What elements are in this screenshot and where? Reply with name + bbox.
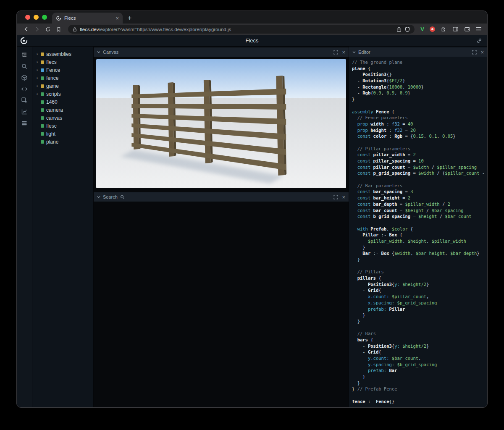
red-extension-icon[interactable] (430, 26, 435, 32)
code-line[interactable]: - Grid{ (352, 349, 487, 355)
code-line[interactable] (352, 220, 487, 226)
chevron-down-icon[interactable] (97, 51, 100, 53)
code-line[interactable]: const bar_height = 2 (352, 195, 487, 201)
code-line[interactable]: const pillar_width = 2 (352, 152, 487, 158)
code-line[interactable]: prefab: Bar (352, 367, 487, 374)
code-line[interactable]: pillars { (352, 275, 487, 281)
code-line[interactable]: - Rotation3{$PI/2} (352, 78, 487, 84)
tree-item-camera[interactable]: camera (32, 106, 93, 114)
code-line[interactable]: y.spacing: $b_grid_spacing (352, 362, 487, 368)
code-line[interactable]: Pillar :- Box { (352, 232, 487, 238)
stats-chart-icon[interactable] (21, 108, 28, 115)
expand-arrow-icon[interactable]: › (36, 68, 39, 72)
code-line[interactable]: const color : Rgb = {0.15, 0.1, 0.05} (352, 133, 487, 139)
share-link-icon[interactable] (476, 38, 482, 44)
code-line[interactable]: plane { (352, 66, 487, 72)
tree-view-icon[interactable] (21, 52, 28, 58)
tree-item-Fence[interactable]: ›Fence (32, 66, 93, 74)
code-line[interactable]: x.spacing: $p_grid_spacing (352, 300, 487, 306)
window-close-button[interactable] (25, 15, 30, 20)
code-tool-icon[interactable] (21, 86, 28, 92)
tab-close-icon[interactable]: × (116, 16, 119, 21)
code-line[interactable] (352, 263, 487, 269)
code-line[interactable]: } // Prefab Fence (352, 386, 487, 392)
expand-panel-icon[interactable] (472, 50, 477, 55)
back-button[interactable] (21, 25, 31, 34)
wallet-icon[interactable] (464, 26, 470, 32)
tree-item-scripts[interactable]: ›scripts (32, 90, 93, 98)
code-line[interactable] (352, 176, 487, 183)
extensions-puzzle-icon[interactable] (441, 26, 447, 32)
sidebar-panel-icon[interactable] (452, 26, 459, 32)
code-line[interactable]: prefab: Pillar (352, 306, 487, 312)
expand-arrow-icon[interactable]: › (36, 84, 39, 88)
code-line[interactable]: // The ground plane (352, 59, 487, 66)
code-line[interactable]: const bar_spacing = 3 (352, 189, 487, 195)
tree-item-1460[interactable]: 1460 (32, 98, 93, 106)
window-zoom-button[interactable] (42, 15, 47, 20)
expand-panel-icon[interactable] (333, 195, 338, 199)
entities-cube-icon[interactable] (21, 74, 28, 81)
tree-item-flecs[interactable]: ›flecs (32, 58, 93, 66)
code-line[interactable]: x.count: $pillar_count, (352, 294, 487, 300)
expand-panel-icon[interactable] (333, 50, 338, 55)
close-panel-icon[interactable]: × (342, 194, 345, 200)
inspect-tool-icon[interactable] (21, 97, 28, 104)
window-minimize-button[interactable] (34, 15, 39, 20)
code-line[interactable]: } (352, 318, 487, 325)
code-line[interactable]: - Grid{ (352, 287, 487, 294)
tree-item-flesc[interactable]: flesc (32, 122, 93, 130)
chevron-down-icon[interactable] (352, 51, 356, 53)
expand-arrow-icon[interactable]: › (36, 52, 39, 56)
code-line[interactable]: const p_grid_spacing = $width / ($pillar… (352, 170, 487, 176)
code-line[interactable]: bars { (352, 337, 487, 343)
code-line[interactable]: } (352, 257, 487, 263)
code-line[interactable] (352, 325, 487, 331)
code-line[interactable]: const pillar_count = $width / $pillar_sp… (352, 164, 487, 170)
chevron-down-icon[interactable] (97, 196, 100, 198)
code-line[interactable]: const bar_count = $height / $bar_spacing (352, 207, 487, 214)
code-line[interactable]: } (352, 312, 487, 318)
queries-rows-icon[interactable] (21, 120, 28, 126)
code-line[interactable] (352, 102, 487, 109)
code-line[interactable]: - Rectangle{10000, 10000} (352, 84, 487, 90)
code-line[interactable] (352, 139, 487, 146)
address-bar[interactable]: flecs.dev/explorer/?wasm=https://www.fle… (68, 25, 415, 34)
close-panel-icon[interactable]: × (480, 50, 484, 55)
code-line[interactable]: y.count: $bar_count, (352, 355, 487, 362)
code-line[interactable]: // Fence parameters (352, 115, 487, 121)
tree-item-canvas[interactable]: canvas (32, 114, 93, 122)
code-line[interactable]: fence :- Fence{} (352, 399, 487, 405)
code-line[interactable]: } (352, 380, 487, 386)
code-line[interactable]: assembly Fence { (352, 109, 487, 115)
code-line[interactable]: prop width : f32 = 40 (352, 121, 487, 127)
tree-item-plane[interactable]: plane (32, 138, 93, 146)
code-line[interactable]: $pillar_width, $height, $pillar_width (352, 238, 487, 244)
shield-icon[interactable] (404, 26, 410, 32)
tree-item-fence[interactable]: ›fence (32, 74, 93, 82)
expand-arrow-icon[interactable]: › (36, 76, 39, 80)
code-line[interactable]: - Position3{y: $height/2} (352, 343, 487, 349)
code-line[interactable]: } (352, 244, 487, 251)
close-panel-icon[interactable]: × (342, 50, 345, 55)
code-line[interactable]: // Pillar parameters (352, 146, 487, 152)
share-icon[interactable] (396, 26, 402, 32)
code-line[interactable]: // Pillars (352, 269, 487, 275)
code-line[interactable]: prop height : f32 = 20 (352, 127, 487, 134)
tree-item-game[interactable]: ›game (32, 82, 93, 90)
search-tool-icon[interactable] (21, 63, 28, 70)
3d-viewport[interactable] (96, 59, 346, 188)
expand-arrow-icon[interactable]: › (36, 60, 39, 64)
search-results-area[interactable] (94, 202, 349, 407)
code-line[interactable]: - Position3{y: $height/2} (352, 281, 487, 288)
code-line[interactable]: - Rgb{0.9, 0.9, 0.9} (352, 90, 487, 96)
code-line[interactable]: } (352, 96, 487, 102)
code-line[interactable]: Bar :- Box {$width, $bar_height, $bar_de… (352, 250, 487, 257)
code-line[interactable]: } (352, 374, 487, 380)
code-line[interactable]: // Bar parameters (352, 183, 487, 189)
tree-item-assemblies[interactable]: ›assemblies (32, 50, 93, 58)
code-line[interactable] (352, 392, 487, 399)
code-editor[interactable]: // The ground planeplane { - Position3{}… (349, 57, 487, 407)
expand-arrow-icon[interactable]: › (36, 92, 39, 96)
code-line[interactable]: const b_grid_spacing = $height / $bar_co… (352, 213, 487, 220)
